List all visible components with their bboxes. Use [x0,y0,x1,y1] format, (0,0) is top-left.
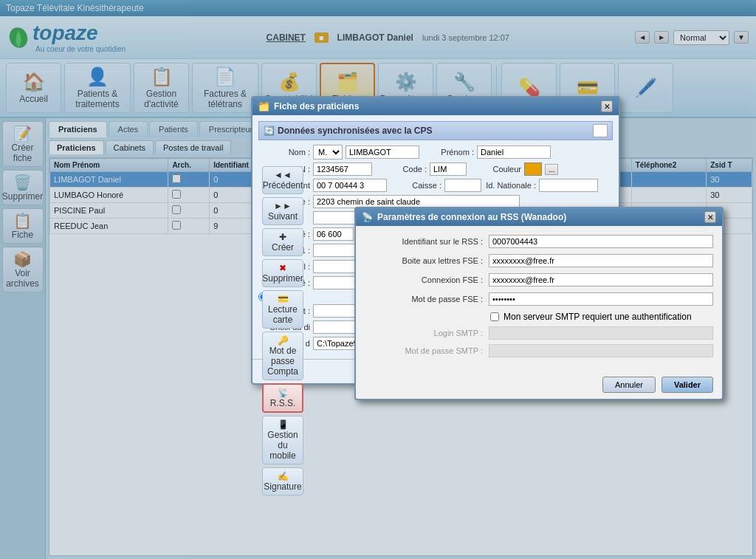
rss-login-smtp-input[interactable] [489,326,713,340]
code-label: Code : [375,165,427,174]
modal-rss: 📡 Paramètres de connexion au RSS (Wanado… [354,207,724,400]
rss-login-smtp-row: Login SMTP : [365,326,713,340]
rss-identifiant-input[interactable] [489,235,713,248]
rss-boite-label: Boite aux lettres FSE : [365,256,483,265]
lecture-carte-icon: 💳 [278,294,289,304]
fiche-btn-rss[interactable]: 📡 R.S.S. [262,383,303,413]
suivant-icon: ►► [274,201,292,211]
rss-mot-passe-row: Mot de passe FSE : [365,292,713,306]
id-nationale-input[interactable] [539,179,598,192]
fiche-btn-supprimer[interactable]: ✖ Supprimer [262,259,303,287]
rss-header-icon: 📡 [362,212,373,222]
caisse-label: Caisse : [390,181,441,190]
rss-annuler-btn[interactable]: Annuler [602,377,656,393]
nom-label: Nom : [258,148,310,157]
fiche-header-icon: 🗂️ [258,101,269,112]
smtp-auth-label: Mon serveur SMTP requiert une authentifi… [504,312,692,322]
rss-mot-passe-input[interactable] [489,292,713,306]
signature-icon: ✍️ [278,471,289,481]
rss-footer: Annuler Valider [356,371,722,399]
precedent-icon: ◄◄ [274,170,292,180]
caisse-input[interactable] [444,179,481,192]
sync-icon: 🔄 [264,126,275,136]
sync-label: Données synchronisées avec la CPS [278,126,432,136]
fiche-btn-gestion-mobile[interactable]: 📱 Gestion du mobile [262,416,303,464]
rss-title: Paramètres de connexion au RSS (Wanadoo) [377,212,566,222]
rss-mot-passe-smtp-input[interactable] [489,344,713,357]
id-nationale-label: Id. Nationale : [484,181,536,190]
rss-mot-passe-label: Mot de passe FSE : [365,295,483,303]
couleur-label: Couleur [470,165,521,174]
siren-input[interactable] [313,162,372,176]
gestion-mobile-icon: 📱 [278,419,289,430]
fiche-close-btn[interactable]: ✕ [601,100,613,112]
rss-mot-passe-smtp-label: Mot de passe SMTP : [365,346,483,355]
nom-input[interactable] [346,145,419,159]
creer-icon: ✚ [279,232,286,242]
fiche-btn-mot-passe-compta[interactable]: 🔑 Mot de passe Compta [262,332,303,380]
rss-smtp-check-row: Mon serveur SMTP requiert une authentifi… [365,312,713,322]
rss-identifiant-row: Identifiant sur le RSS : [365,235,713,248]
rss-identifiant-label: Identifiant sur le RSS : [365,237,483,246]
sync-section-header: 🔄 Données synchronisées avec la CPS [258,121,613,140]
rss-boite-input[interactable] [489,254,713,267]
rss-icon: 📡 [278,388,289,398]
fiche-btn-creer[interactable]: ✚ Créer [262,228,303,256]
rss-login-smtp-label: Login SMTP : [365,329,483,337]
smtp-auth-checkbox[interactable] [490,312,499,321]
rss-valider-btn[interactable]: Valider [662,377,713,393]
fiche-btn-signature[interactable]: ✍️ Signature [262,467,303,495]
modal-rss-header: 📡 Paramètres de connexion au RSS (Wanado… [356,208,722,226]
fiche-btn-lecture-carte[interactable]: 💳 Lecture carte [262,290,303,329]
supprimer-fiche-icon: ✖ [279,263,286,273]
rss-close-btn[interactable]: ✕ [704,211,716,223]
couleur-box[interactable] [524,162,542,176]
rss-connexion-row: Connexion FSE : [365,273,713,287]
mot-passe-compta-icon: 🔑 [278,335,289,346]
prenom-label: Prénom : [422,148,474,157]
rss-connexion-input[interactable] [489,273,713,287]
couleur-dots-btn[interactable]: ... [545,164,558,175]
identifiant-row: Identifiant Caisse : Id. Nationale : [258,179,613,192]
rss-boite-row: Boite aux lettres FSE : [365,254,713,267]
rss-connexion-label: Connexion FSE : [365,275,483,284]
fiche-title: Fiche des praticiens [274,101,359,112]
situation-cps-value [593,124,608,137]
siren-row: SIREN : Code : Couleur ... [258,162,613,176]
nom-prenom-row: Nom : M. Mme Prénom : [258,145,613,160]
prenom-input[interactable] [477,145,551,159]
civilite-select[interactable]: M. Mme [313,145,343,160]
cp-input[interactable] [313,227,354,241]
fiche-action-sidebar: ◄◄ Précédent ►► Suivant ✚ Créer ✖ Suppri… [262,166,303,495]
modal-fiche-header: 🗂️ Fiche des praticiens ✕ [252,97,619,115]
fiche-btn-precedent[interactable]: ◄◄ Précédent [262,166,303,194]
rss-body: Identifiant sur le RSS : Boite aux lettr… [356,226,722,371]
code-input[interactable] [430,162,467,176]
rss-mot-passe-smtp-row: Mot de passe SMTP : [365,344,713,357]
identifiant-input[interactable] [313,179,387,192]
fiche-btn-suivant[interactable]: ►► Suivant [262,197,303,225]
